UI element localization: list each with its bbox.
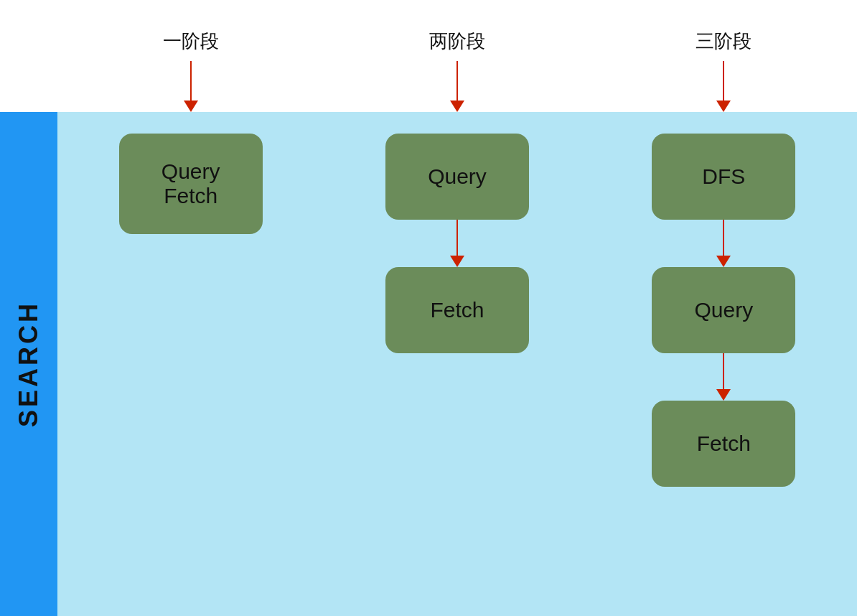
column-1: QueryFetch [57, 112, 324, 616]
node-query-col2-label: Query [428, 164, 487, 189]
header-row: 一阶段 两阶段 三阶段 [0, 0, 857, 61]
arrow-line-col1 [190, 61, 192, 101]
col2-label: 两阶段 [429, 30, 485, 52]
content-area: QueryFetch Query Fetch [57, 112, 857, 616]
connector-arrow-col3-1 [716, 256, 731, 267]
diagram-area: SEARCH QueryFetch Query [0, 112, 857, 616]
col2-header: 两阶段 [324, 29, 590, 54]
arrow-line-col2 [456, 61, 458, 101]
column-2: Query Fetch [324, 112, 590, 616]
sidebar-label: SEARCH [14, 301, 44, 427]
sidebar: SEARCH [0, 112, 57, 616]
arrow-head-col3 [716, 101, 731, 112]
connector-line-col3-2 [723, 353, 724, 389]
column-3: DFS Query Fetch [591, 112, 857, 616]
col1-label: 一阶段 [163, 30, 219, 52]
page-container: 一阶段 两阶段 三阶段 SEARCH [0, 0, 857, 616]
connector-col3-1 [716, 220, 731, 267]
arrow-col2 [324, 61, 590, 112]
arrow-head-col2 [450, 101, 464, 112]
connector-line-col3-1 [723, 220, 724, 256]
node-query-col3-label: Query [694, 298, 753, 322]
col3-header: 三阶段 [591, 29, 857, 54]
connector-col3-2 [716, 353, 731, 401]
connector-col2 [450, 220, 464, 267]
arrow-head-col1 [184, 101, 198, 112]
col1-header: 一阶段 [57, 29, 324, 54]
node-dfs: DFS [652, 134, 795, 220]
node-fetch-col2: Fetch [385, 267, 529, 353]
header-arrows [0, 61, 857, 112]
node-fetch-col2-label: Fetch [430, 298, 484, 322]
node-query-fetch: QueryFetch [119, 134, 263, 234]
node-query-fetch-label: QueryFetch [161, 159, 220, 208]
connector-arrow-col3-2 [716, 389, 731, 401]
arrow-col1 [57, 61, 324, 112]
arrow-col3 [591, 61, 857, 112]
node-query-col2: Query [385, 134, 529, 220]
connector-line-col2 [456, 220, 458, 256]
node-dfs-label: DFS [702, 164, 745, 189]
connector-arrow-col2 [450, 256, 464, 267]
col3-label: 三阶段 [696, 30, 751, 52]
node-fetch-col3: Fetch [652, 401, 795, 487]
arrow-line-col3 [723, 61, 724, 101]
node-fetch-col3-label: Fetch [697, 431, 751, 456]
node-query-col3: Query [652, 267, 795, 353]
